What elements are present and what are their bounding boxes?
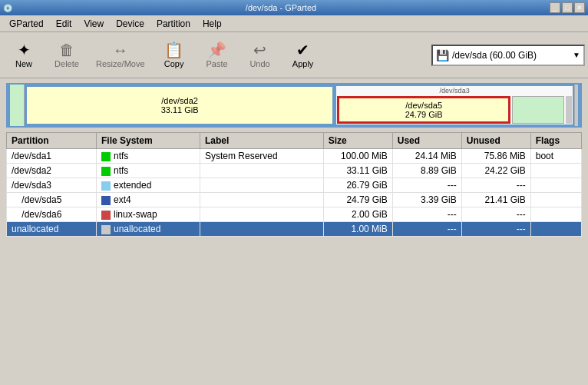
apply-icon: ✔	[296, 42, 309, 58]
resize-icon: ↔	[113, 42, 128, 58]
table-row[interactable]: unallocated unallocated 1.00 MiB --- ---	[7, 222, 582, 237]
menu-item-view[interactable]: View	[78, 17, 110, 31]
cell-partition: /dev/sda3	[7, 178, 97, 193]
cell-partition: /dev/sda6	[7, 207, 97, 222]
cell-partition: unallocated	[7, 222, 97, 237]
titlebar-controls: _□✕	[550, 2, 585, 13]
cell-flags	[530, 207, 581, 222]
menu-item-device[interactable]: Device	[110, 17, 150, 31]
menu-item-partition[interactable]: Partition	[150, 17, 197, 31]
cell-used: 8.89 GiB	[392, 164, 461, 178]
cell-size: 2.00 GiB	[323, 207, 392, 222]
cell-size: 100.00 MiB	[323, 149, 392, 164]
cell-used: ---	[392, 178, 461, 193]
cell-filesystem: extended	[97, 178, 200, 193]
fs-color-indicator	[101, 225, 111, 234]
menu-item-edit[interactable]: Edit	[50, 17, 78, 31]
cell-unused: ---	[461, 207, 530, 222]
cell-flags	[530, 193, 581, 207]
undo-label: Undo	[249, 59, 269, 68]
table-row[interactable]: /dev/sda5 ext4 24.79 GiB 3.39 GiB 21.41 …	[7, 193, 582, 207]
col-header-unused: Unused	[461, 133, 530, 149]
cell-filesystem: ntfs	[97, 149, 200, 164]
cell-label	[200, 193, 323, 207]
copy-button[interactable]: 📋Copy	[154, 34, 195, 76]
cell-filesystem: unallocated	[97, 222, 200, 237]
disk-seg-sda2[interactable]: /dev/sda2 33.11 GiB	[25, 85, 335, 126]
cell-label	[200, 178, 323, 193]
disk-seg-sda1[interactable]	[8, 85, 25, 126]
cell-partition: /dev/sda2	[7, 164, 97, 178]
titlebar-control-btn[interactable]: ✕	[574, 2, 585, 13]
sda2-size: 33.11 GiB	[161, 105, 199, 115]
cell-flags	[530, 222, 581, 237]
titlebar-icon: 💿	[3, 4, 12, 12]
cell-used: ---	[392, 207, 461, 222]
undo-icon: ↩	[253, 42, 266, 58]
cell-partition: /dev/sda5	[7, 193, 97, 207]
col-header-label: Label	[200, 133, 323, 149]
fs-color-indicator	[101, 211, 111, 220]
toolbar: ✦New🗑Delete↔Resize/Move📋Copy📌Paste↩Undo✔…	[0, 32, 588, 78]
disk-seg-unallocated	[566, 96, 572, 124]
new-label: New	[15, 59, 32, 68]
new-icon: ✦	[18, 42, 31, 58]
device-icon: 💾	[436, 49, 449, 61]
col-header-filesystem: File System	[97, 133, 200, 149]
undo-button: ↩Undo	[239, 34, 281, 76]
cell-size: 1.00 MiB	[323, 222, 392, 237]
device-dropdown[interactable]: 💾 /dev/sda (60.00 GiB) ▼	[431, 45, 585, 66]
cell-size: 24.79 GiB	[323, 193, 392, 207]
disk-seg-sda6[interactable]	[512, 96, 564, 124]
cell-flags	[530, 164, 581, 178]
cell-used: ---	[392, 222, 461, 237]
cell-size: 26.79 GiB	[323, 178, 392, 193]
fs-color-indicator	[101, 152, 111, 161]
titlebar-control-btn[interactable]: □	[562, 2, 573, 13]
disk-seg-sda5[interactable]: /dev/sda5 24.79 GiB	[337, 96, 510, 124]
menubar: GPartedEditViewDevicePartitionHelp	[0, 15, 588, 32]
cell-filesystem: ext4	[97, 193, 200, 207]
menu-item-help[interactable]: Help	[197, 17, 228, 31]
col-header-partition: Partition	[7, 133, 97, 149]
fs-color-indicator	[101, 167, 111, 176]
cell-label: System Reserved	[200, 149, 323, 164]
cell-unused: 21.41 GiB	[461, 193, 530, 207]
fs-color-indicator	[101, 196, 111, 205]
table-row[interactable]: /dev/sda1 ntfs System Reserved 100.00 Mi…	[7, 149, 582, 164]
paste-icon: 📌	[207, 42, 226, 58]
disk-seg-sda3: /dev/sda3 /dev/sda5 24.79 GiB	[335, 85, 574, 126]
table-row[interactable]: /dev/sda2 ntfs 33.11 GiB 8.89 GiB 24.22 …	[7, 164, 582, 178]
new-button[interactable]: ✦New	[3, 34, 45, 76]
cell-partition: /dev/sda1	[7, 149, 97, 164]
table-row[interactable]: /dev/sda3 extended 26.79 GiB --- ---	[7, 178, 582, 193]
copy-icon: 📋	[164, 42, 183, 58]
paste-label: Paste	[206, 59, 228, 68]
device-dropdown-arrow: ▼	[573, 51, 580, 59]
cell-used: 24.14 MiB	[392, 149, 461, 164]
apply-label: Apply	[292, 59, 314, 68]
col-header-size: Size	[323, 133, 392, 149]
delete-label: Delete	[55, 59, 79, 68]
titlebar-control-btn[interactable]: _	[550, 2, 560, 13]
titlebar: 💿 /dev/sda - GParted _□✕	[0, 0, 588, 15]
partition-table: Partition File System Label Size Used Un…	[6, 132, 582, 237]
cell-unused: ---	[461, 222, 530, 237]
cell-flags: boot	[530, 149, 581, 164]
col-header-flags: Flags	[530, 133, 581, 149]
cell-unused: ---	[461, 178, 530, 193]
delete-icon: 🗑	[59, 42, 74, 58]
menu-item-gparted[interactable]: GParted	[3, 17, 50, 31]
cell-label	[200, 222, 323, 237]
cell-label	[200, 164, 323, 178]
titlebar-title: /dev/sda - GParted	[246, 3, 316, 12]
cell-unused: 24.22 GiB	[461, 164, 530, 178]
apply-button[interactable]: ✔Apply	[282, 34, 324, 76]
table-row[interactable]: /dev/sda6 linux-swap 2.00 GiB --- ---	[7, 207, 582, 222]
cell-flags	[530, 178, 581, 193]
sda2-name: /dev/sda2	[161, 96, 198, 105]
copy-label: Copy	[164, 59, 184, 68]
paste-button: 📌Paste	[197, 34, 238, 76]
col-header-used: Used	[392, 133, 461, 149]
resize-button: ↔Resize/Move	[89, 34, 152, 76]
